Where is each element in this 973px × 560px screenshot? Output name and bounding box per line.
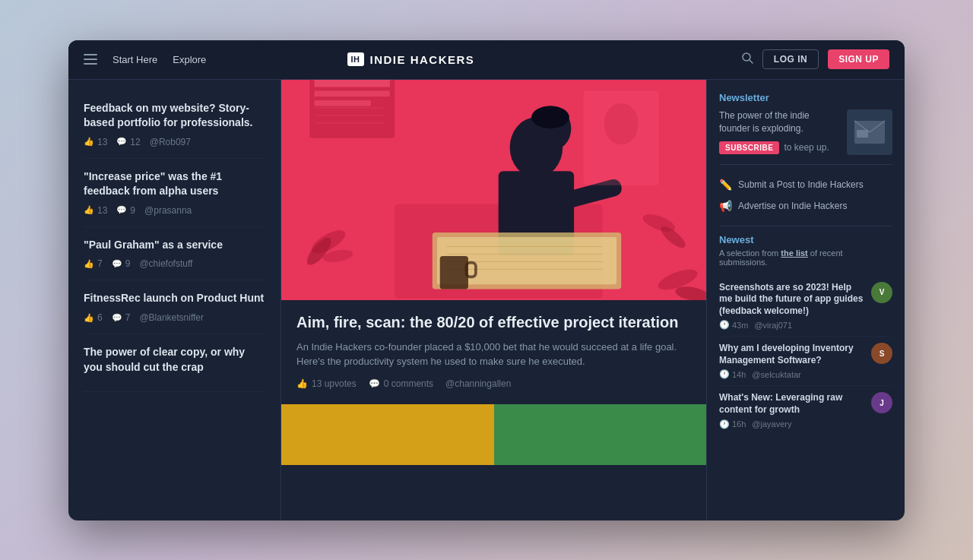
newsletter-description: The power of the indie founder is explod… <box>719 109 841 135</box>
signup-button[interactable]: SIGN UP <box>828 49 889 69</box>
menu-icon[interactable] <box>84 54 97 65</box>
newest-item-meta: 🕐 14h @selcuktatar <box>719 369 865 379</box>
article-upvotes: 👍 13 upvotes <box>296 378 357 389</box>
newsletter-text-block: The power of the indie founder is explod… <box>719 109 841 154</box>
navbar-brand[interactable]: IH INDIE HACKERS <box>347 52 475 66</box>
post-title[interactable]: FitnessRec launch on Product Hunt <box>84 291 265 306</box>
newest-item-title: Why am I developing Inventory Management… <box>719 343 865 366</box>
navbar-right: LOG IN SIGN UP <box>741 49 889 69</box>
post-author: @Blanketsniffer <box>139 312 204 323</box>
article-author: @channingallen <box>445 378 511 389</box>
thumbnail-green[interactable] <box>494 404 707 465</box>
nav-start-here[interactable]: Start Here <box>113 54 157 65</box>
comment-icon: 💬 <box>116 205 127 215</box>
ih-logo: IH <box>347 52 364 66</box>
clock-icon: 🕐 <box>719 369 730 379</box>
newest-item-meta: 🕐 43m @viraj071 <box>719 320 865 330</box>
thumbnail-row <box>281 404 706 465</box>
newest-item-author: @selcuktatar <box>752 370 800 379</box>
newest-list-link[interactable]: the list <box>781 248 807 258</box>
post-comments: 💬 12 <box>116 137 140 147</box>
svg-rect-26 <box>440 255 468 288</box>
post-likes: 👍 6 <box>84 312 103 323</box>
post-comments: 💬 7 <box>112 312 131 323</box>
post-likes: 👍 13 <box>84 205 107 216</box>
newest-item-text: What's New: Leveraging raw content for g… <box>719 392 865 429</box>
subscribe-suffix: to keep up. <box>784 142 829 153</box>
login-button[interactable]: LOG IN <box>762 49 819 69</box>
post-meta: 👍 7 💬 9 @chiefofstuff <box>84 258 265 269</box>
newest-item-time: 🕐 16h <box>719 419 746 429</box>
like-icon: 👍 <box>84 259 94 269</box>
list-item: "Paul Graham" as a service 👍 7 💬 9 @chie… <box>84 227 265 281</box>
comment-icon: 💬 <box>116 137 127 147</box>
list-item: "Increase price" was the #1 feedback fro… <box>84 159 265 227</box>
article-comments: 💬 0 comments <box>369 378 433 389</box>
edit-icon: ✏️ <box>719 179 732 191</box>
post-title[interactable]: "Paul Graham" as a service <box>84 238 265 253</box>
upvote-icon: 👍 <box>296 378 308 389</box>
post-author: @prasanna <box>144 205 192 216</box>
article-meta: 👍 13 upvotes 💬 0 comments @channingallen <box>296 378 691 389</box>
divider <box>719 164 892 165</box>
newest-item-1[interactable]: Why am I developing Inventory Management… <box>719 337 892 386</box>
clock-icon: 🕐 <box>719 320 730 330</box>
featured-article: Aim, fire, scan: the 80/20 of effective … <box>281 300 706 401</box>
comment-icon: 💬 <box>369 378 380 389</box>
post-author: @Rob097 <box>150 137 191 147</box>
subscribe-row: SUBSCRIBE to keep up. <box>719 141 841 154</box>
clock-icon: 🕐 <box>719 419 730 429</box>
post-comments: 💬 9 <box>116 205 135 216</box>
newest-item-time: 🕐 43m <box>719 320 748 330</box>
post-title[interactable]: Feedback on my website? Story-based port… <box>84 101 265 131</box>
svg-rect-5 <box>314 90 389 96</box>
divider <box>719 226 892 226</box>
avatar: J <box>871 392 892 413</box>
post-title[interactable]: The power of clear copy, or why you shou… <box>84 345 265 375</box>
left-sidebar: Feedback on my website? Story-based port… <box>68 80 281 520</box>
newest-item-0[interactable]: Screenshots are so 2023! Help me build t… <box>719 276 892 337</box>
thumbnail-yellow[interactable] <box>281 404 494 465</box>
newest-item-2[interactable]: What's New: Leveraging raw content for g… <box>719 386 892 435</box>
brand-name: INDIE HACKERS <box>370 53 475 66</box>
svg-rect-6 <box>314 100 371 105</box>
post-meta: 👍 6 💬 7 @Blanketsniffer <box>84 312 265 323</box>
right-sidebar: Newsletter The power of the indie founde… <box>707 80 905 520</box>
featured-image[interactable]: StickK.com <box>281 80 706 300</box>
avatar: V <box>871 282 892 303</box>
like-icon: 👍 <box>84 137 94 147</box>
browser-window: Start Here Explore IH INDIE HACKERS LOG … <box>68 40 905 520</box>
svg-rect-3 <box>309 80 395 138</box>
newest-section-title: Newest <box>719 234 892 245</box>
svg-line-1 <box>750 60 753 63</box>
post-meta: 👍 13 💬 12 @Rob097 <box>84 137 265 147</box>
svg-point-18 <box>531 106 569 128</box>
list-item: The power of clear copy, or why you shou… <box>84 334 265 392</box>
newsletter-image <box>847 109 892 155</box>
submit-post-link[interactable]: ✏️ Submit a Post to Indie Hackers <box>719 174 892 195</box>
subscribe-button[interactable]: SUBSCRIBE <box>719 141 779 154</box>
center-content: StickK.com <box>281 80 707 520</box>
newest-item-title: What's New: Leveraging raw content for g… <box>719 392 865 416</box>
nav-explore[interactable]: Explore <box>173 54 206 65</box>
article-title[interactable]: Aim, fire, scan: the 80/20 of effective … <box>296 312 691 332</box>
newest-item-author: @viraj071 <box>754 321 792 330</box>
svg-point-31 <box>604 103 639 144</box>
newest-item-time: 🕐 14h <box>719 369 746 379</box>
comment-icon: 💬 <box>112 259 122 269</box>
newest-item-title: Screenshots are so 2023! Help me build t… <box>719 282 865 318</box>
newest-item-author: @jayavery <box>752 419 791 429</box>
post-comments: 💬 9 <box>112 258 131 269</box>
post-title[interactable]: "Increase price" was the #1 feedback fro… <box>84 169 265 199</box>
article-excerpt: An Indie Hackers co-founder placed a $10… <box>296 340 691 369</box>
newest-item-text: Why am I developing Inventory Management… <box>719 343 865 379</box>
post-likes: 👍 7 <box>84 258 103 269</box>
post-meta: 👍 13 💬 9 @prasanna <box>84 205 265 216</box>
list-item: FitnessRec launch on Product Hunt 👍 6 💬 … <box>84 280 265 334</box>
newsletter-section-title: Newsletter <box>719 92 892 103</box>
newsletter-row: The power of the indie founder is explod… <box>719 109 892 155</box>
search-icon[interactable] <box>741 52 753 67</box>
advertise-link[interactable]: 📢 Advertise on Indie Hackers <box>719 195 892 217</box>
post-author: @chiefofstuff <box>139 258 192 269</box>
megaphone-icon: 📢 <box>719 200 732 212</box>
